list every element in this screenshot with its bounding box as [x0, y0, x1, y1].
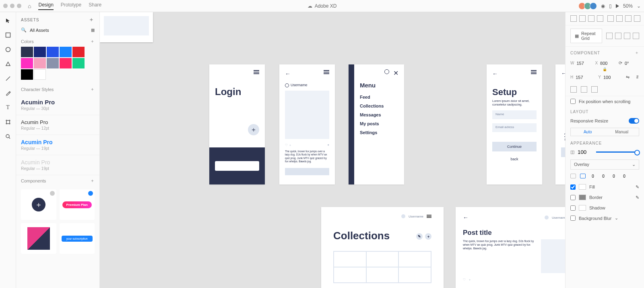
device-preview-icon[interactable]: ▯	[609, 3, 612, 9]
artboard-fragment-3[interactable]	[100, 12, 153, 42]
artboard-login[interactable]: Login ＋	[209, 64, 265, 184]
color-swatch[interactable]	[34, 47, 46, 57]
align-bottom-icon[interactable]	[588, 15, 594, 22]
canvas[interactable]: Username Login ＋ ← Username ♡ ＋● The qui…	[100, 12, 565, 288]
color-swatch[interactable]	[72, 58, 85, 68]
x-input[interactable]	[600, 61, 615, 66]
corner-3-input[interactable]	[611, 174, 617, 178]
flip-h-icon[interactable]: ⇋	[626, 75, 630, 80]
width-input[interactable]	[576, 61, 591, 66]
responsive-toggle[interactable]	[629, 118, 639, 124]
character-style-item[interactable]: Acumin ProRegular — 30pt	[16, 95, 99, 115]
component-plus[interactable]: ＋	[21, 189, 56, 220]
align-vcenter-icon[interactable]	[579, 15, 586, 22]
flip-v-icon[interactable]: ⥯	[636, 75, 639, 80]
artboard-collections[interactable]: Username Collections ✎＋	[321, 207, 444, 288]
fill-checkbox[interactable]	[570, 184, 576, 190]
scroll-both-icon[interactable]	[591, 86, 598, 93]
eyedropper-icon[interactable]: ✎	[636, 195, 639, 200]
boolean-int-icon[interactable]	[624, 33, 630, 39]
border-swatch[interactable]	[579, 195, 586, 200]
asset-search-input[interactable]	[30, 28, 88, 33]
zoom-level[interactable]: 50%	[623, 3, 633, 9]
align-left-icon[interactable]	[607, 15, 614, 22]
add-charstyle-icon[interactable]: ＋	[90, 86, 95, 92]
artboard-profile[interactable]: ← User Name 100Posts100Follower100Likes …	[555, 64, 565, 184]
character-style-item[interactable]: Acumin ProRegular — 19pt	[16, 155, 99, 175]
repeat-grid-button[interactable]: ▦ Repeat Grid	[570, 29, 602, 43]
ellipse-tool[interactable]	[4, 46, 12, 53]
color-swatch[interactable]	[47, 58, 59, 68]
corner-all-icon[interactable]	[570, 174, 576, 178]
artboard-menu[interactable]: ✕ Menu FeedCollectionsMessagesMy postsSe…	[349, 64, 404, 184]
artboard-setup[interactable]: ← Setup Lorem ipsum dolor sit amet, cons…	[487, 64, 542, 184]
opacity-slider[interactable]	[596, 151, 639, 153]
select-tool[interactable]	[4, 17, 12, 24]
shadow-checkbox[interactable]	[570, 205, 576, 211]
character-style-item[interactable]: Acumin ProRegular — 12pt	[16, 115, 99, 135]
corner-2-input[interactable]	[600, 174, 607, 178]
blend-mode-select[interactable]: Overlay⌄	[570, 160, 639, 170]
y-input[interactable]	[603, 75, 618, 80]
eyedropper-icon[interactable]: ✎	[636, 184, 639, 190]
rectangle-tool[interactable]	[4, 31, 12, 39]
component-premium[interactable]: Premium Plan	[60, 189, 95, 220]
component-artwork[interactable]	[21, 223, 56, 254]
character-style-item[interactable]: Acumin ProRegular — 19pt	[16, 135, 99, 155]
color-swatch[interactable]	[72, 47, 85, 57]
boolean-exc-icon[interactable]	[633, 33, 639, 39]
add-component-prop-icon[interactable]: ＋	[635, 50, 639, 56]
polygon-tool[interactable]	[4, 60, 12, 68]
color-swatch[interactable]	[34, 58, 46, 68]
grid-view-icon[interactable]: ▦	[91, 28, 95, 32]
rotation-input[interactable]	[625, 61, 639, 66]
color-swatch[interactable]	[21, 58, 33, 68]
add-color-icon[interactable]: ＋	[90, 38, 95, 44]
shadow-swatch[interactable]	[579, 205, 586, 211]
tab-prototype[interactable]: Prototype	[61, 2, 81, 10]
bgblur-checkbox[interactable]	[570, 215, 576, 221]
color-swatch[interactable]	[60, 47, 72, 57]
text-tool[interactable]: T	[4, 104, 12, 111]
line-tool[interactable]	[4, 75, 12, 82]
align-hcenter-icon[interactable]	[616, 15, 623, 22]
align-right-icon[interactable]	[625, 15, 632, 22]
resize-segment[interactable]: Auto Manual	[570, 128, 639, 136]
opacity-input[interactable]	[578, 149, 588, 155]
component-subscription[interactable]: your subscription	[60, 223, 95, 254]
tab-design[interactable]: Design	[38, 2, 53, 10]
boolean-add-icon[interactable]	[606, 33, 613, 39]
artboard-tool[interactable]	[4, 118, 12, 126]
fill-swatch[interactable]	[579, 184, 586, 190]
corner-1-input[interactable]	[590, 174, 596, 178]
align-top-icon[interactable]	[570, 15, 577, 22]
zoom-chevron-icon[interactable]: ⌄	[637, 3, 641, 9]
home-icon[interactable]: ⌂	[28, 3, 31, 9]
add-component-icon[interactable]: ＋	[90, 178, 95, 184]
tab-share[interactable]: Share	[89, 2, 101, 10]
add-asset-icon[interactable]: ＋	[89, 16, 95, 23]
corner-4-input[interactable]	[621, 174, 627, 178]
color-swatch[interactable]	[34, 69, 46, 80]
artboard-post-preview[interactable]: ← Username ♡ ＋● The quick, brown fox jum…	[279, 64, 335, 184]
corner-each-icon[interactable]	[580, 174, 586, 178]
distribute-h-icon[interactable]	[634, 15, 640, 22]
play-icon[interactable]	[616, 4, 619, 8]
artboard-post[interactable]: ← Username Post title The quick, brown f…	[456, 207, 565, 288]
scroll-vert-icon[interactable]	[570, 86, 577, 93]
window-controls[interactable]	[3, 4, 21, 8]
collaborator-avatars[interactable]	[580, 2, 597, 10]
chevron-down-icon[interactable]: ⌄	[615, 215, 618, 221]
user-icon[interactable]: ◉	[601, 3, 605, 9]
distribute-v-icon[interactable]	[597, 15, 603, 22]
color-swatch[interactable]	[47, 47, 59, 57]
color-swatch[interactable]	[60, 58, 72, 68]
color-swatch[interactable]	[21, 47, 33, 57]
lock-icon[interactable]: 🔒	[566, 67, 644, 71]
scroll-horiz-icon[interactable]	[581, 86, 587, 93]
height-input[interactable]	[576, 75, 590, 80]
color-swatch[interactable]	[21, 69, 33, 80]
zoom-tool[interactable]	[4, 133, 12, 140]
fix-position-checkbox[interactable]	[570, 99, 576, 104]
boolean-sub-icon[interactable]	[615, 33, 621, 39]
